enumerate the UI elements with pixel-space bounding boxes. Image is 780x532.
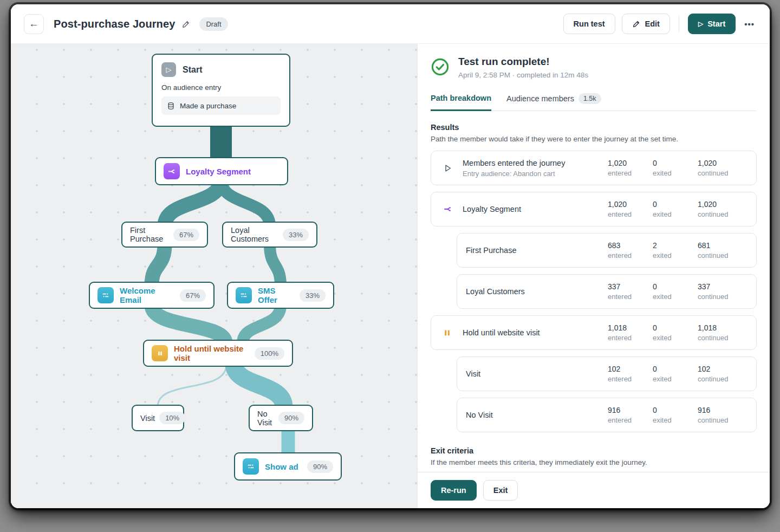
action-steps-icon <box>236 287 252 303</box>
edit-pencil-icon <box>632 20 641 28</box>
result-row-loyalty-segment[interactable]: Loyalty Segment 1,020entered 0exited 1,0… <box>431 192 757 226</box>
node-no-visit[interactable]: No Visit 90% <box>249 405 313 431</box>
tab-audience-members[interactable]: Audience members 1.5k <box>506 93 601 111</box>
panel-title: Test run complete! <box>458 56 588 68</box>
edit-button[interactable]: Edit <box>622 14 670 34</box>
result-row-members-entered[interactable]: Members entered the journey Entry audien… <box>431 151 757 185</box>
result-row-hold[interactable]: Hold until website visit 1,018entered 0e… <box>431 315 757 350</box>
result-row-no-visit[interactable]: No Visit 916entered 0exited 916continued <box>457 398 757 432</box>
results-heading: Results <box>431 123 757 132</box>
node-loyalty-segment[interactable]: Loyalty Segment <box>155 157 288 185</box>
play-outline-icon <box>443 164 463 173</box>
results-description: Path the member would take if they were … <box>431 135 757 143</box>
more-options-button[interactable]: ••• <box>742 16 757 32</box>
audience-count-badge: 1.5k <box>578 93 601 104</box>
test-run-panel: Test run complete! April 9, 2:58 PM · co… <box>417 44 770 508</box>
node-first-purchase[interactable]: First Purchase 67% <box>121 222 208 248</box>
header-divider <box>679 16 679 32</box>
panel-footer: Re-run Exit <box>418 472 770 508</box>
percent-badge: 100% <box>255 347 284 360</box>
pause-icon <box>152 345 168 361</box>
exit-criteria-description: If the member meets this criteria, they … <box>431 458 757 466</box>
run-test-button[interactable]: Run test <box>563 14 615 34</box>
split-icon <box>443 204 463 214</box>
node-start[interactable]: ▷ Start On audience entry Made a purchas… <box>152 54 290 127</box>
percent-badge: 90% <box>278 412 304 424</box>
journey-canvas[interactable]: ▷ Start On audience entry Made a purchas… <box>11 44 417 508</box>
percent-badge: 33% <box>283 229 309 241</box>
action-steps-icon <box>98 287 114 303</box>
result-row-loyal-customers[interactable]: Loyal Customers 337entered 0exited 337co… <box>457 274 757 309</box>
back-button[interactable]: ← <box>24 14 44 34</box>
page-title: Post-purchase Journey <box>54 18 175 30</box>
start-audience-chip[interactable]: Made a purchase <box>161 96 281 115</box>
percent-badge: 67% <box>180 289 206 302</box>
app-window: ← Post-purchase Journey Draft Run test E… <box>11 4 770 508</box>
database-icon <box>167 102 175 110</box>
pause-icon <box>443 329 463 337</box>
play-icon: ▷ <box>698 20 703 28</box>
action-steps-icon <box>243 458 259 475</box>
percent-badge: 33% <box>300 289 326 302</box>
node-show-ad[interactable]: Show ad 90% <box>234 452 342 481</box>
node-hold-until-website-visit[interactable]: Hold until website visit 100% <box>143 340 293 367</box>
start-play-icon: ▷ <box>161 62 176 77</box>
tab-path-breakdown[interactable]: Path breakdown <box>431 93 491 111</box>
rerun-button[interactable]: Re-run <box>431 480 477 501</box>
percent-badge: 10% <box>159 412 185 424</box>
header: ← Post-purchase Journey Draft Run test E… <box>11 4 770 43</box>
start-trigger-label: On audience entry <box>161 83 281 92</box>
node-sms-offer[interactable]: SMS Offer 33% <box>227 282 334 309</box>
result-row-visit[interactable]: Visit 102entered 0exited 102continued <box>457 356 757 391</box>
panel-tabs: Path breakdown Audience members 1.5k <box>431 93 757 111</box>
back-arrow-icon: ← <box>29 18 39 30</box>
percent-badge: 67% <box>173 229 199 241</box>
rename-pencil-icon[interactable] <box>181 20 191 29</box>
node-visit[interactable]: Visit 10% <box>132 405 184 431</box>
result-row-first-purchase[interactable]: First Purchase 683entered 2exited 681con… <box>457 233 757 268</box>
entry-audience-sub: Entry audience: Abandon cart <box>463 170 608 178</box>
node-welcome-email[interactable]: Welcome Email 67% <box>89 282 214 309</box>
node-loyal-customers[interactable]: Loyal Customers 33% <box>222 222 317 248</box>
split-icon <box>164 163 180 179</box>
percent-badge: 90% <box>307 460 333 473</box>
success-check-icon <box>431 57 450 79</box>
exit-criteria-heading: Exit criteria <box>431 446 757 455</box>
exit-button[interactable]: Exit <box>483 480 518 501</box>
status-badge: Draft <box>199 17 227 31</box>
panel-subtitle: April 9, 2:58 PM · completed in 12m 48s <box>458 71 588 79</box>
panel-scroll-area[interactable]: Test run complete! April 9, 2:58 PM · co… <box>418 44 770 472</box>
start-button[interactable]: ▷ Start <box>688 14 736 34</box>
